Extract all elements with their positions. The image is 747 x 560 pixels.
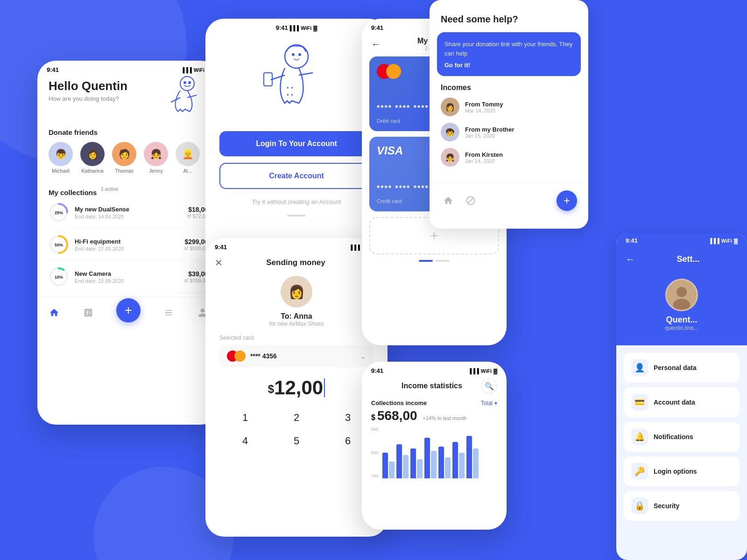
- login-button[interactable]: Login To Your Account: [219, 131, 374, 156]
- wifi-icon-2: WiFi: [301, 25, 311, 31]
- help-card-text: Share your donation link with your frien…: [444, 40, 573, 58]
- svg-point-0: [180, 77, 194, 91]
- income-from-tommy: From Tommy: [465, 101, 503, 108]
- greeting-section: Hello Quentin How are you doing today?: [49, 79, 208, 121]
- collection-main-amount-hifi: $299,00: [184, 238, 208, 245]
- status-bar-3: 9:41 ▐▐▐ WiFi ▓: [205, 238, 388, 252]
- collection-hifi[interactable]: 50% Hi-Fi equipment End date: 27.05.2020…: [49, 229, 208, 261]
- collections-badge: 3 active: [100, 186, 118, 192]
- settings-item-personal[interactable]: 👤 Personal data: [624, 353, 740, 383]
- friend-avatar-katharina: 👩: [80, 142, 105, 166]
- settings-item-notifications[interactable]: 🔔 Notifications: [624, 422, 740, 452]
- settings-panel: 9:41 ▐▐▐ WiFi ▓ ← Sett... Quent... quent…: [616, 233, 747, 560]
- mastercard-brand: [377, 64, 401, 79]
- bar-chart: 900 800 700: [371, 427, 497, 478]
- create-account-button[interactable]: Create Account: [219, 163, 374, 189]
- greeting-subtitle: How are you doing today?: [49, 95, 127, 102]
- settings-title-row: ← Sett...: [626, 254, 738, 265]
- close-button[interactable]: ✕: [215, 257, 223, 268]
- numpad-key-2[interactable]: 2: [282, 408, 310, 427]
- collection-camera[interactable]: 10% New Camera End date: 22.08.2020 $39,…: [49, 261, 208, 293]
- back-button-4[interactable]: ←: [371, 39, 381, 49]
- collection-total-camera: of $399,00: [184, 278, 208, 283]
- bar-6-dark: [452, 442, 458, 478]
- collection-name-dualsense: My new DualSense: [75, 206, 181, 213]
- nav-cards-icon[interactable]: [163, 307, 174, 318]
- try-link[interactable]: Try it without creating an Account: [252, 198, 341, 205]
- mc-circle-orange: [234, 350, 246, 362]
- numpad-key-1[interactable]: 1: [231, 408, 259, 427]
- friend-katharina[interactable]: 👩 Katharina: [80, 142, 105, 174]
- numpad-key-3[interactable]: 3: [334, 408, 362, 427]
- income-kirsten[interactable]: 👧 From Kirsten Jan 14, 2020: [441, 148, 577, 167]
- selected-card-section: Selected card **** 4356 ⌄: [219, 335, 374, 367]
- income-date-tommy: Mar 14, 2020: [465, 108, 503, 113]
- friend-avatar-michael: 👦: [49, 142, 73, 166]
- income-brother[interactable]: 🧒 From my Brother Jan 15, 2020: [441, 123, 577, 141]
- collection-name-camera: New Camera: [75, 270, 178, 277]
- nav-add-button[interactable]: +: [116, 298, 141, 322]
- login-options-label: Login options: [654, 468, 697, 475]
- sending-content: 👩 To: Anna for new AirMax Shoes Selected…: [205, 268, 388, 455]
- svg-point-2: [188, 81, 191, 84]
- nav-chart-icon[interactable]: [83, 307, 94, 318]
- friend-avatar-jenny: 👧: [144, 142, 168, 166]
- nav-home-icon[interactable]: [49, 307, 60, 318]
- income-tommy[interactable]: 👩 From Tommy Mar 14, 2020: [441, 98, 577, 116]
- selected-card-label: Selected card: [219, 335, 374, 341]
- svg-text:✦ ✦: ✦ ✦: [286, 86, 294, 90]
- collection-main-amount-camera: $39,00: [184, 270, 208, 278]
- friend-name-al: Al...: [183, 168, 192, 174]
- collection-dualsense[interactable]: 25% My new DualSense End date: 14.04.202…: [49, 196, 208, 229]
- friend-jenny[interactable]: 👧 Jenny: [144, 142, 168, 174]
- login-illustration: ✦ ✦ ✦ ✦: [245, 38, 348, 122]
- collection-date-dualsense: End date: 14.04.2020: [75, 214, 181, 219]
- signal-icon-5: ▐▐▐: [468, 368, 479, 374]
- settings-item-security[interactable]: 🔒 Security: [624, 491, 740, 521]
- help-panel: Need some help? Share your donation link…: [430, 0, 588, 229]
- login-buttons: Login To Your Account Create Account: [205, 131, 388, 189]
- settings-avatar-section: Quent... quentin.tino...: [616, 279, 747, 345]
- help-nav-add-button[interactable]: +: [557, 190, 577, 211]
- friend-michael[interactable]: 👦 Michael: [49, 142, 73, 174]
- friends-row: 👦 Michael 👩 Katharina 🧑 Thomas 👧 Jenny 👱…: [49, 142, 208, 174]
- status-icons-2: ▐▐▐ WiFi ▓: [288, 25, 317, 31]
- search-button[interactable]: 🔍: [481, 378, 497, 394]
- collections-income-header: Collections income Total ▾: [371, 399, 497, 406]
- scroll-indicator: [369, 260, 499, 262]
- character-illustration: [157, 74, 208, 121]
- total-filter[interactable]: Total ▾: [481, 400, 497, 406]
- battery-icon-5: ▓: [493, 368, 497, 374]
- help-panel-bottom: +: [430, 182, 588, 218]
- collection-name-hifi: Hi-Fi equipment: [75, 238, 178, 245]
- settings-item-login[interactable]: 🔑 Login options: [624, 456, 740, 486]
- settings-user-email: quentin.tino...: [665, 325, 698, 331]
- bar-3-light: [417, 459, 423, 478]
- friend-name-jenny: Jenny: [149, 168, 162, 174]
- numpad-key-4[interactable]: 4: [231, 432, 259, 450]
- friend-thomas[interactable]: 🧑 Thomas: [112, 142, 136, 174]
- phone-sending: 9:41 ▐▐▐ WiFi ▓ ✕ Sending money 👩 To: An…: [205, 238, 388, 537]
- greeting-text: Hello Quentin How are you doing today?: [49, 79, 127, 102]
- card-selector[interactable]: **** 4356 ⌄: [219, 345, 374, 367]
- collections-income-label: Collections income: [371, 399, 427, 406]
- total-label: Total: [481, 400, 493, 406]
- friend-al[interactable]: 👱 Al...: [176, 142, 200, 174]
- numpad-row-2: 4 5 6: [219, 432, 374, 450]
- time-3: 9:41: [215, 244, 227, 251]
- numpad-key-6[interactable]: 6: [334, 432, 362, 450]
- add-card-icon: +: [430, 228, 438, 244]
- collections-title: My collections: [49, 189, 97, 196]
- income-avatar-tommy: 👩: [441, 98, 459, 116]
- help-nav-home-icon[interactable]: [441, 193, 456, 208]
- wifi-settings: WiFi: [721, 238, 732, 244]
- bar-5-light: [445, 457, 451, 478]
- svg-point-1: [183, 81, 186, 84]
- numpad-key-5[interactable]: 5: [282, 432, 310, 450]
- help-nav-block-icon[interactable]: [463, 193, 478, 208]
- scroll-dot-1: [419, 260, 433, 262]
- back-button-settings[interactable]: ←: [626, 254, 635, 265]
- help-card-link[interactable]: Go for it!: [444, 62, 573, 69]
- income-info-brother: From my Brother Jan 15, 2020: [465, 126, 514, 139]
- settings-item-account[interactable]: 💳 Account data: [624, 387, 740, 417]
